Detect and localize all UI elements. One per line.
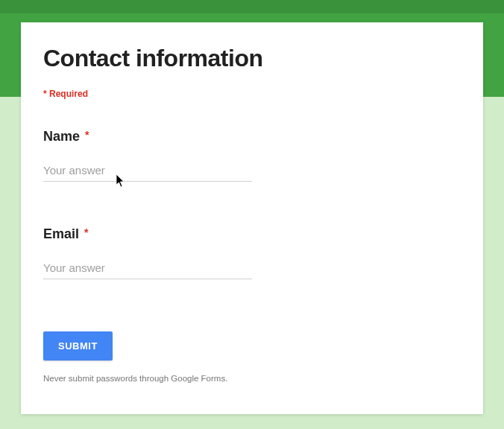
- field-label-name-text: Name: [43, 129, 80, 144]
- required-note: Required: [43, 89, 461, 99]
- name-input[interactable]: [43, 161, 252, 182]
- required-asterisk-icon: *: [85, 129, 89, 141]
- field-label-email: Email *: [43, 226, 461, 242]
- submit-button[interactable]: SUBMIT: [43, 331, 113, 360]
- field-label-name: Name *: [43, 129, 461, 144]
- disclaimer-text: Never submit passwords through Google Fo…: [43, 374, 461, 383]
- page-title: Contact information: [43, 45, 461, 72]
- required-asterisk-icon: *: [84, 226, 88, 238]
- header-band-top: [0, 0, 504, 13]
- field-email: Email *: [43, 226, 461, 279]
- form-card: Contact information Required Name * Emai…: [21, 22, 483, 414]
- field-name: Name *: [43, 129, 461, 182]
- email-input[interactable]: [43, 258, 252, 279]
- field-label-email-text: Email: [43, 226, 79, 241]
